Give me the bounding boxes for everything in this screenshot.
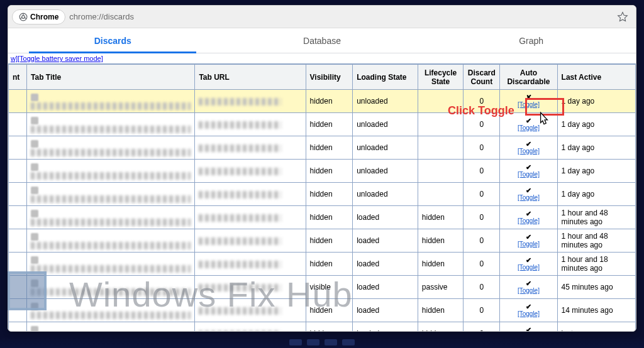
col-discard-count: Discard Count bbox=[464, 65, 500, 90]
cell-loading-state: loaded bbox=[353, 276, 418, 299]
table-row: hiddenloadedhidden0✔[Toggle]1 hour and 4… bbox=[9, 206, 636, 229]
cell-discard-count: 0 bbox=[464, 113, 500, 136]
cell-tab-url bbox=[195, 113, 306, 136]
cell-visibility: hidden bbox=[306, 253, 353, 276]
check-icon: ✔ bbox=[504, 234, 553, 241]
cell-index bbox=[9, 276, 27, 299]
favicon-icon bbox=[31, 280, 38, 287]
toggle-auto-discardable-link[interactable]: [Toggle] bbox=[518, 124, 540, 131]
cell-auto-discardable: ✔[Toggle] bbox=[500, 160, 557, 183]
cell-lifecycle-state: hidden bbox=[418, 253, 464, 276]
check-icon: ✔ bbox=[504, 327, 553, 331]
check-icon: ✔ bbox=[504, 210, 553, 217]
table-row: hiddenunloaded0✔[Toggle]1 day ago bbox=[9, 160, 636, 183]
cell-auto-discardable: ✔[Toggle] bbox=[500, 253, 557, 276]
col-visibility: Visibility bbox=[306, 65, 353, 90]
blurred-text bbox=[199, 144, 281, 152]
toggle-auto-discardable-link[interactable]: [Toggle] bbox=[518, 241, 540, 247]
cell-visibility: hidden bbox=[306, 113, 353, 136]
blurred-text bbox=[199, 284, 281, 291]
cell-tab-title bbox=[27, 276, 195, 299]
cell-auto-discardable: ✔[Toggle] bbox=[500, 322, 557, 332]
toggle-auto-discardable-link[interactable]: [Toggle] bbox=[518, 217, 540, 224]
cell-last-active: 45 minutes ago bbox=[557, 276, 635, 299]
favicon-icon bbox=[31, 140, 38, 148]
blurred-text bbox=[199, 330, 281, 331]
check-icon: ✔ bbox=[504, 303, 553, 310]
cell-loading-state: unloaded bbox=[353, 183, 418, 206]
link-discard-now[interactable]: w] bbox=[11, 55, 18, 62]
cell-tab-url bbox=[195, 276, 306, 299]
table-row: hiddenunloaded0✔[Toggle]1 day ago bbox=[9, 136, 636, 160]
cell-index bbox=[9, 229, 27, 253]
cell-index bbox=[9, 90, 27, 113]
page-url[interactable]: chrome://discards bbox=[69, 12, 134, 21]
favicon-icon bbox=[31, 94, 38, 101]
toggle-auto-discardable-link[interactable]: [Toggle] bbox=[518, 310, 540, 317]
cell-lifecycle-state: hidden bbox=[418, 322, 464, 332]
link-toggle-battery-saver[interactable]: [Toggle battery saver mode] bbox=[18, 55, 103, 62]
chrome-scheme-pill: Chrome bbox=[12, 9, 65, 24]
cell-discard-count: 0 bbox=[464, 322, 500, 332]
tab-graph[interactable]: Graph bbox=[426, 28, 636, 53]
blurred-text bbox=[199, 168, 281, 175]
cell-index bbox=[9, 113, 27, 136]
cell-discard-count: 0 bbox=[464, 229, 500, 253]
cell-discard-count: 0 bbox=[464, 206, 500, 229]
cell-discard-count: 0 bbox=[464, 90, 500, 113]
cell-lifecycle-state: passive bbox=[418, 276, 464, 299]
cell-visibility: hidden bbox=[306, 299, 353, 322]
toggle-auto-discardable-link[interactable]: [Toggle] bbox=[518, 101, 540, 108]
toggle-auto-discardable-link[interactable]: [Toggle] bbox=[518, 287, 540, 294]
cell-visibility: hidden bbox=[306, 183, 353, 206]
cell-last-active: 14 minutes ago bbox=[557, 299, 635, 322]
check-icon: ✔ bbox=[504, 164, 553, 171]
blurred-text bbox=[199, 237, 281, 245]
col-loading-state: Loading State bbox=[353, 65, 418, 90]
cell-discard-count: 0 bbox=[464, 253, 500, 276]
blurred-text bbox=[31, 149, 191, 156]
blurred-text bbox=[31, 195, 191, 203]
check-icon: ✔ bbox=[504, 280, 553, 287]
cell-lifecycle-state: hidden bbox=[418, 299, 464, 322]
favicon-icon bbox=[31, 233, 38, 241]
favicon-icon bbox=[31, 187, 38, 194]
cell-last-active: 1 hour and 18 minutes ago bbox=[557, 253, 635, 276]
toggle-auto-discardable-link[interactable]: [Toggle] bbox=[518, 171, 540, 178]
x-icon: ✘ bbox=[504, 94, 553, 101]
blurred-text bbox=[199, 307, 281, 315]
cell-auto-discardable: ✔[Toggle] bbox=[500, 299, 557, 322]
table-row: hiddenloadedhidden0✔[Toggle]1 hour and 4… bbox=[9, 229, 636, 253]
cell-visibility: hidden bbox=[306, 136, 353, 160]
discards-table: nt Tab Title Tab URL Visibility Loading … bbox=[8, 64, 636, 331]
cell-index bbox=[9, 253, 27, 276]
cell-visibility: hidden bbox=[306, 229, 353, 253]
cell-last-active: 1 day ago bbox=[557, 160, 635, 183]
cell-visibility: hidden bbox=[306, 206, 353, 229]
cell-auto-discardable: ✔[Toggle] bbox=[500, 136, 557, 160]
cell-visibility: hidden bbox=[306, 160, 353, 183]
toggle-auto-discardable-link[interactable]: [Toggle] bbox=[518, 264, 540, 271]
table-row: hiddenloadedhidden0✔[Toggle]just now bbox=[9, 322, 636, 332]
cell-lifecycle-state bbox=[418, 160, 464, 183]
discards-view-tabs: Discards Database Graph bbox=[8, 28, 636, 53]
cell-index bbox=[9, 160, 27, 183]
toggle-auto-discardable-link[interactable]: [Toggle] bbox=[518, 148, 540, 155]
toggle-auto-discardable-link[interactable]: [Toggle] bbox=[518, 194, 540, 201]
cell-loading-state: loaded bbox=[353, 229, 418, 253]
cell-last-active: 1 day ago bbox=[557, 113, 635, 136]
tab-database[interactable]: Database bbox=[218, 28, 427, 53]
cell-auto-discardable: ✔[Toggle] bbox=[500, 229, 557, 253]
blurred-text bbox=[199, 121, 281, 129]
favicon-icon bbox=[31, 117, 38, 124]
blurred-text bbox=[199, 214, 281, 222]
cell-lifecycle-state bbox=[418, 113, 464, 136]
check-icon: ✔ bbox=[504, 257, 553, 264]
tab-discards[interactable]: Discards bbox=[8, 28, 218, 53]
check-icon: ✔ bbox=[504, 187, 553, 194]
cell-tab-title bbox=[27, 136, 195, 160]
col-lifecycle-state: Lifecycle State bbox=[418, 65, 464, 90]
blurred-text bbox=[199, 261, 281, 268]
blurred-text bbox=[31, 242, 191, 249]
bookmark-star-button[interactable] bbox=[616, 10, 630, 24]
